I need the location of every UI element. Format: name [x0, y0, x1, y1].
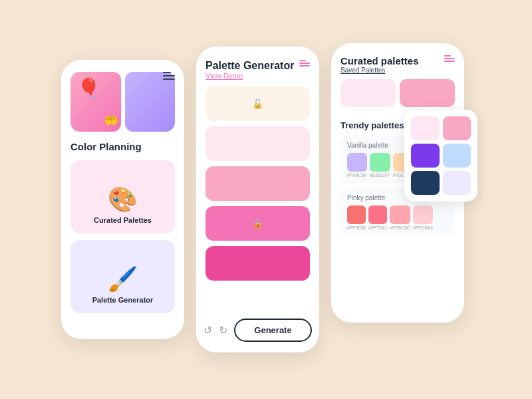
hero-images — [70, 72, 175, 132]
curated-illustration: 🎨 — [108, 186, 138, 213]
pinky-swatch-3[interactable] — [390, 205, 410, 224]
pinky-swatch-2[interactable] — [368, 205, 387, 224]
menu-line-a — [299, 60, 306, 61]
palette-rows-list: 🔓 🔒 — [205, 86, 310, 311]
saved-palettes-link[interactable]: Saved Palettes — [340, 66, 419, 74]
palette-row-1[interactable]: 🔓 — [205, 86, 310, 121]
row-wrapper-3 — [205, 166, 310, 201]
menu-icon-phone1[interactable] — [163, 72, 175, 80]
float-swatch-1[interactable] — [411, 116, 440, 140]
row-wrapper-4: 🔒 — [205, 206, 310, 241]
menu-line-c — [299, 65, 310, 66]
phone1-card: Color Planning 🎨 Curated Palettes 🖌️ Pal… — [61, 60, 184, 339]
vanilla-swatch-1[interactable] — [347, 153, 367, 172]
palette-generator-title: Palette Generator — [205, 60, 294, 72]
menu-line-3 — [163, 78, 175, 80]
redo-button[interactable]: ↻ — [219, 324, 227, 336]
curated-palettes-title: Curated palettes — [340, 55, 419, 66]
pinky-hex-2: #FF7241 — [368, 225, 387, 230]
phone3-wrapper: Curated palettes Saved Palettes Trendy p… — [331, 43, 471, 356]
vanilla-hex-2: #E6DEFF — [370, 173, 390, 178]
palette-generator-card[interactable]: 🖌️ Palette Generator — [70, 240, 175, 313]
phone2-header: Palette Generator View Demo — [205, 60, 310, 80]
pinky-hex-3: #FFBC6C — [390, 225, 410, 230]
float-swatch-2[interactable] — [443, 116, 471, 140]
color-planning-title: Color Planning — [70, 141, 175, 152]
lock-icon-1: 🔓 — [252, 98, 263, 109]
curated-label: Curated Palettes — [94, 216, 152, 224]
menu-icon-phone2[interactable] — [299, 60, 310, 66]
float-swatch-6[interactable] — [443, 171, 471, 195]
swatch-pink[interactable] — [400, 79, 455, 107]
menu-line-b — [299, 63, 310, 64]
palette-row-2[interactable] — [205, 126, 310, 161]
vanilla-swatch-2[interactable] — [370, 153, 390, 172]
row-wrapper-1: 🔓 — [205, 86, 310, 121]
scene: Color Planning 🎨 Curated Palettes 🖌️ Pal… — [48, 30, 484, 369]
float-swatch-3[interactable] — [411, 144, 440, 168]
phone2-card: Palette Generator View Demo 🔓 — [196, 47, 319, 352]
hero-right-image — [125, 72, 176, 132]
menu-line-x — [444, 55, 451, 57]
generator-illustration: 🖌️ — [108, 265, 138, 293]
vanilla-hex-1: #FFAC6F — [347, 173, 367, 178]
row-wrapper-5 — [205, 246, 310, 281]
menu-line-y — [444, 58, 455, 59]
view-demo-link[interactable]: View Demo — [205, 72, 294, 80]
curated-palettes-card[interactable]: 🎨 Curated Palettes — [70, 160, 175, 233]
row-wrapper-2 — [205, 126, 310, 161]
vanilla-name: Vanilla palette — [347, 142, 388, 149]
generate-button[interactable]: Generate — [234, 319, 311, 342]
phone2-actions: ↺ ↻ Generate — [205, 319, 310, 342]
menu-line-2 — [163, 75, 175, 76]
phone3-header: Curated palettes Saved Palettes — [340, 55, 455, 74]
pinky-swatches: #FF3838 #FF7241 #FFBC6C #FFC8A2 — [347, 205, 448, 230]
pinky-hex-1: #FF3838 — [347, 225, 366, 230]
floating-swatch-card — [404, 110, 477, 201]
swatch-light-pink[interactable] — [340, 79, 396, 107]
float-swatch-4[interactable] — [443, 144, 471, 168]
hero-left-image — [70, 72, 121, 132]
menu-line-1 — [163, 72, 171, 73]
floating-grid — [411, 116, 471, 195]
pinky-swatch-1[interactable] — [347, 205, 366, 224]
generator-label: Palette Generator — [92, 296, 154, 304]
undo-button[interactable]: ↺ — [203, 324, 212, 336]
pinky-hex-4: #FFC8A2 — [413, 225, 433, 230]
pinky-name: Pinky palette — [347, 194, 385, 201]
float-swatch-5[interactable] — [411, 171, 440, 195]
palette-row-5[interactable] — [205, 246, 310, 281]
palette-row-3[interactable] — [205, 166, 310, 201]
pinky-swatch-4[interactable] — [413, 205, 433, 224]
menu-line-z — [444, 61, 455, 62]
menu-icon-phone3[interactable] — [444, 55, 455, 62]
curated-swatches-grid — [340, 79, 455, 107]
lock-icon-4: 🔒 — [252, 218, 263, 229]
palette-row-4[interactable]: 🔒 — [205, 206, 310, 241]
